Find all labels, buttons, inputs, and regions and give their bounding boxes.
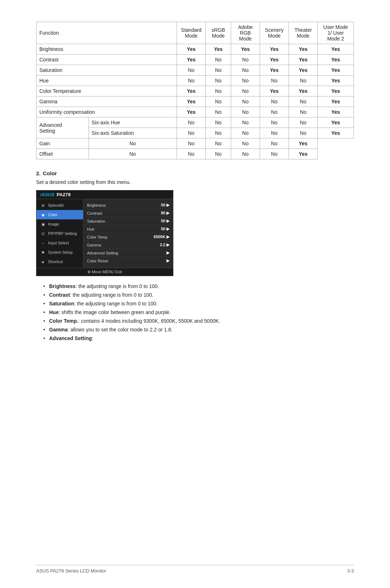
menu-right-value: ▶ xyxy=(166,250,169,255)
row-label: Brightness xyxy=(36,44,177,55)
list-item: Contrast: the adjusting range is from 0 … xyxy=(43,292,354,298)
menu-left-item[interactable]: ◈Shortcut xyxy=(36,257,83,266)
row-cell: Yes xyxy=(260,65,289,76)
advanced-sub-label: Six-axis Hue xyxy=(88,117,177,128)
row-cell: Yes xyxy=(289,138,318,149)
row-cell: Yes xyxy=(318,65,354,76)
menu-item-icon: ⊞ xyxy=(40,202,46,208)
menu-item-icon: ◉ xyxy=(40,212,46,218)
menu-left-item[interactable]: ⊞Splendid xyxy=(36,201,83,210)
table-row: OffsetNoNoNoNoNoYes xyxy=(36,149,354,159)
row-cell: No xyxy=(289,76,318,86)
row-cell: No xyxy=(231,65,260,76)
row-cell: No xyxy=(177,149,206,159)
row-cell: No xyxy=(231,117,260,128)
row-label: Saturation xyxy=(36,65,177,76)
menu-mockup: /ASUS PA279 ⊞Splendid◉Color▣Image⊡PIP/PB… xyxy=(36,190,173,276)
menu-left-item[interactable]: ◉Color xyxy=(36,210,83,219)
row-label: Gamma xyxy=(36,96,177,107)
row-cell: Yes xyxy=(260,55,289,65)
table-row: SaturationNoNoNoYesYesYes xyxy=(36,65,354,76)
table-row: ContrastYesNoNoYesYesYes xyxy=(36,55,354,65)
row-cell: Yes xyxy=(177,107,206,117)
menu-right-value: 6500K ▶ xyxy=(154,235,169,239)
row-cell: Yes xyxy=(318,86,354,96)
menu-left-item[interactable]: ▣Image xyxy=(36,219,83,229)
row-cell: No xyxy=(206,128,231,138)
advanced-sub-label: Six-axis Saturation xyxy=(88,128,177,138)
advanced-sub-label: Gain xyxy=(36,138,89,149)
row-cell: Yes xyxy=(289,55,318,65)
row-cell: No xyxy=(289,96,318,107)
row-cell: No xyxy=(206,76,231,86)
row-cell: No xyxy=(206,117,231,128)
menu-right-item[interactable]: Brightness50 ▶ xyxy=(87,201,169,209)
row-cell: No xyxy=(206,138,231,149)
menu-right-item[interactable]: Gamma2.2 ▶ xyxy=(87,241,169,249)
row-cell: Yes xyxy=(177,86,206,96)
row-cell: Yes xyxy=(318,128,354,138)
row-cell: Yes xyxy=(318,55,354,65)
row-cell: Yes xyxy=(260,86,289,96)
menu-right-item[interactable]: Hue50 ▶ xyxy=(87,225,169,233)
menu-right-label: Color Reset xyxy=(87,259,108,263)
row-cell: Yes xyxy=(231,44,260,55)
table-row: Advanced SettingSix-axis HueNoNoNoNoNoYe… xyxy=(36,117,354,128)
row-cell: Yes xyxy=(289,149,318,159)
row-cell: No xyxy=(206,65,231,76)
row-cell: No xyxy=(289,117,318,128)
bullet-list: Brightness: the adjusting range is from … xyxy=(36,283,354,341)
list-item: Advanced Setting: xyxy=(43,335,354,341)
row-cell: No xyxy=(231,138,260,149)
advanced-group-label: Advanced Setting xyxy=(36,117,89,138)
menu-left-item[interactable]: ↔Input Select xyxy=(36,238,83,248)
menu-right-item[interactable]: Color Temp.6500K ▶ xyxy=(87,233,169,241)
col-standard: Standard Mode xyxy=(177,22,206,44)
table-row: BrightnessYesYesYesYesYesYes xyxy=(36,44,354,55)
menu-left-item[interactable]: ✱System Setup xyxy=(36,248,83,257)
menu-left-panel: ⊞Splendid◉Color▣Image⊡PIP/PBP Setting↔In… xyxy=(36,199,83,268)
menu-model: PA279 xyxy=(57,192,71,197)
list-item: Color Temp.: contains 4 modes including … xyxy=(43,318,354,324)
col-srgb: sRGB Mode xyxy=(206,22,231,44)
row-cell: No xyxy=(289,107,318,117)
asus-logo: /ASUS xyxy=(40,192,55,197)
row-cell: Yes xyxy=(289,86,318,96)
row-cell: No xyxy=(206,55,231,65)
menu-item-icon: ↔ xyxy=(40,240,46,246)
menu-right-panel: Brightness50 ▶Contrast80 ▶Saturation50 ▶… xyxy=(83,199,173,268)
menu-right-value: 2.2 ▶ xyxy=(160,243,169,247)
menu-right-label: Advanced Setting xyxy=(87,251,118,255)
row-cell: No xyxy=(231,96,260,107)
row-cell: Yes xyxy=(177,96,206,107)
row-cell: No xyxy=(88,138,177,149)
row-cell: No xyxy=(231,55,260,65)
row-cell: No xyxy=(260,96,289,107)
row-cell: Yes xyxy=(289,65,318,76)
row-cell: No xyxy=(231,86,260,96)
menu-right-label: Brightness xyxy=(87,203,106,207)
table-row: Color TemperatureYesNoNoYesYesYes xyxy=(36,86,354,96)
row-cell: Yes xyxy=(318,107,354,117)
menu-item-label: Input Select xyxy=(48,241,69,245)
menu-item-icon: ⊡ xyxy=(40,231,46,236)
row-cell: Yes xyxy=(177,55,206,65)
row-cell: Yes xyxy=(206,44,231,55)
menu-right-item[interactable]: Advanced Setting▶ xyxy=(87,249,169,257)
table-row: GainNoNoNoNoNoYes xyxy=(36,138,354,149)
row-cell: No xyxy=(231,107,260,117)
footer-right: 3-3 xyxy=(347,568,354,574)
row-cell: Yes xyxy=(177,44,206,55)
menu-right-value: 50 ▶ xyxy=(161,203,169,207)
menu-item-icon: ◈ xyxy=(40,259,46,265)
row-cell: No xyxy=(206,149,231,159)
col-scenery: Scenery Mode xyxy=(260,22,289,44)
col-theater: Theater Mode xyxy=(289,22,318,44)
menu-right-item[interactable]: Saturation50 ▶ xyxy=(87,217,169,225)
menu-left-item[interactable]: ⊡PIP/PBP Setting xyxy=(36,229,83,238)
footer-left: ASUS PA279 Series LCD Monitor xyxy=(36,568,106,574)
row-cell: No xyxy=(177,76,206,86)
menu-right-item[interactable]: Contrast80 ▶ xyxy=(87,209,169,217)
menu-right-item[interactable]: Color Reset▶ xyxy=(87,257,169,265)
row-cell: No xyxy=(260,128,289,138)
